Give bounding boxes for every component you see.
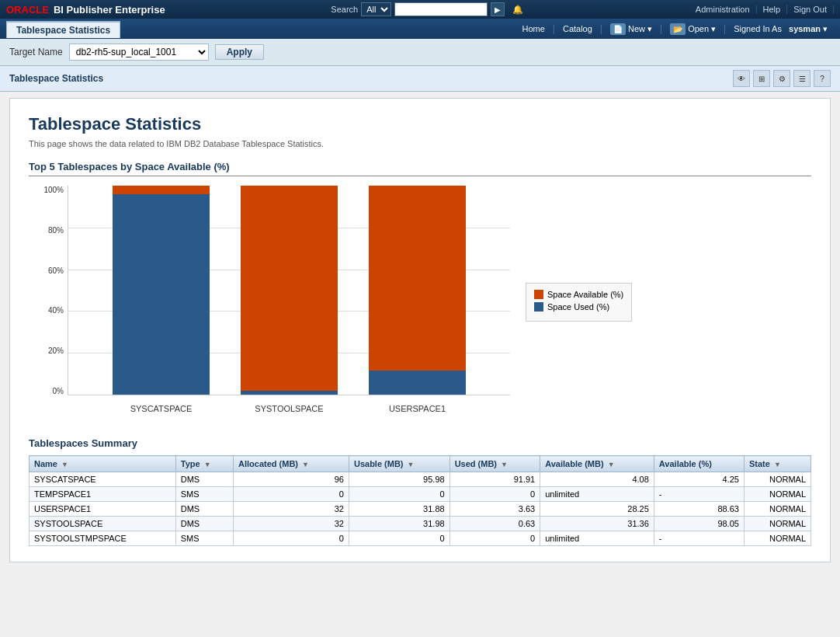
new-menu[interactable]: 📄 New ▾ (604, 22, 658, 37)
table-cell: DMS (175, 472, 233, 487)
bar-userspace1: USERSPACE1 (369, 186, 466, 395)
table-cell: unlimited (540, 531, 654, 546)
list-icon-btn[interactable]: ☰ (793, 70, 810, 87)
table-cell: 0 (349, 487, 450, 502)
table-cell: SYSCATSPACE (30, 472, 176, 487)
report-icons: 👁 ⊞ ⚙ ☰ ? (733, 70, 831, 87)
grid-icon-btn[interactable]: ⊞ (753, 70, 770, 87)
table-cell: NORMAL (744, 487, 810, 502)
y-label-40: 40% (48, 306, 64, 315)
legend-used-label: Space Used (%) (547, 302, 609, 312)
table-cell: unlimited (540, 487, 654, 502)
col-used[interactable]: Used (MB) ▼ (450, 456, 540, 472)
bar-syscatspace: SYSCATSPACE (113, 186, 210, 395)
y-label-80: 80% (48, 226, 64, 235)
view-icon-btn[interactable]: 👁 (733, 70, 750, 87)
bar-userspace1-label: USERSPACE1 (369, 404, 466, 413)
col-avail-pct[interactable]: Available (%) (654, 456, 744, 472)
table-cell: USERSPACE1 (30, 502, 176, 517)
bar-syscatspace-label: SYSCATSPACE (113, 404, 210, 413)
summary-table: Name ▼ Type ▼ Allocated (MB) ▼ Usable (M… (29, 455, 811, 546)
table-cell: 31.36 (540, 517, 654, 531)
home-link[interactable]: Home (515, 23, 550, 35)
col-type[interactable]: Type ▼ (175, 456, 233, 472)
apply-button[interactable]: Apply (215, 44, 264, 60)
chart-heading: Top 5 Tablespaces by Space Available (%) (29, 161, 811, 176)
table-cell: 0.63 (450, 517, 540, 531)
search-input[interactable] (394, 2, 488, 16)
table-cell: SMS (175, 487, 233, 502)
table-row: SYSTOOLSTMPSPACESMS000unlimited-NORMAL (30, 531, 811, 546)
page-tab[interactable]: Tablespace Statistics (6, 21, 120, 38)
target-name-select[interactable]: db2-rh5-sup_local_1001 (69, 44, 209, 61)
bar-syscatspace-used (113, 194, 210, 395)
chart-area: 100% 80% 60% 40% 20% 0% (29, 186, 811, 419)
chart-container: 100% 80% 60% 40% 20% 0% (29, 186, 510, 419)
help-icon-btn[interactable]: ? (814, 70, 831, 87)
catalog-link[interactable]: Catalog (557, 23, 599, 35)
col-state[interactable]: State ▼ (744, 456, 810, 472)
table-cell: NORMAL (744, 472, 810, 487)
search-button[interactable]: ▶ (491, 2, 505, 16)
table-cell: 0 (450, 487, 540, 502)
table-cell: DMS (175, 502, 233, 517)
y-axis: 100% 80% 60% 40% 20% 0% (29, 186, 68, 395)
table-cell: 96 (234, 472, 349, 487)
table-row: SYSCATSPACEDMS9695.9891.914.084.25NORMAL (30, 472, 811, 487)
table-cell: 32 (234, 502, 349, 517)
chart-section: Top 5 Tablespaces by Space Available (%)… (29, 161, 811, 419)
bar-userspace1-used (369, 371, 466, 395)
col-usable[interactable]: Usable (MB) ▼ (349, 456, 450, 472)
report-description: This page shows the data related to IBM … (29, 139, 811, 148)
table-cell: 0 (450, 531, 540, 546)
table-cell: SMS (175, 531, 233, 546)
top-navigation: ORACLE BI Publisher Enterprise Search Al… (0, 0, 840, 19)
col-available[interactable]: Available (MB) ▼ (540, 456, 654, 472)
table-cell: 4.25 (654, 472, 744, 487)
table-cell: 91.91 (450, 472, 540, 487)
table-cell: 4.08 (540, 472, 654, 487)
table-cell: TEMPSPACE1 (30, 487, 176, 502)
table-cell: SYSTOOLSTMPSPACE (30, 531, 176, 546)
bar-systoolspace-available (241, 186, 338, 391)
table-cell: 31.98 (349, 517, 450, 531)
settings-icon-btn[interactable]: ⚙ (773, 70, 790, 87)
y-label-0: 0% (53, 387, 64, 395)
administration-link[interactable]: Administration (689, 5, 757, 14)
target-name-label: Target Name (9, 47, 63, 57)
table-row: SYSTOOLSPACEDMS3231.980.6331.3698.05NORM… (30, 517, 811, 531)
report-header: Tablespace Statistics 👁 ⊞ ⚙ ☰ ? (0, 66, 840, 92)
open-menu[interactable]: 📂 Open ▾ (664, 22, 722, 37)
table-cell: 3.63 (450, 502, 540, 517)
help-link[interactable]: Help (757, 5, 788, 14)
chart-legend: Space Available (%) Space Used (%) (526, 283, 632, 322)
legend-available-color (534, 290, 543, 299)
main-content: Tablespace Statistics This page shows th… (9, 98, 831, 562)
secondary-navigation: Tablespace Statistics Home | Catalog | 📄… (0, 19, 840, 39)
legend-used: Space Used (%) (534, 302, 623, 312)
report-title-tab: Tablespace Statistics (9, 73, 103, 84)
bar-systoolspace-used (241, 391, 338, 395)
col-allocated[interactable]: Allocated (MB) ▼ (234, 456, 349, 472)
table-cell: SYSTOOLSPACE (30, 517, 176, 531)
search-area: Search All ▶ 🔔 (331, 2, 523, 16)
table-cell: 0 (234, 487, 349, 502)
top-right-nav: Administration Help Sign Out (689, 5, 834, 14)
legend-available: Space Available (%) (534, 290, 623, 299)
table-cell: 98.05 (654, 517, 744, 531)
table-cell: DMS (175, 517, 233, 531)
second-nav-right: Home | Catalog | 📄 New ▾ | 📂 Open ▾ | Si… (515, 22, 834, 37)
y-label-100: 100% (43, 186, 64, 194)
signed-in-as: Signed In As sysman ▾ (727, 23, 834, 36)
bar-systoolspace-label: SYSTOOLSPACE (241, 404, 338, 413)
table-cell: 28.25 (540, 502, 654, 517)
legend-available-label: Space Available (%) (547, 290, 623, 299)
table-cell: 31.88 (349, 502, 450, 517)
search-scope-select[interactable]: All (361, 2, 391, 16)
table-row: TEMPSPACE1SMS000unlimited-NORMAL (30, 487, 811, 502)
oracle-logo: ORACLE (6, 4, 49, 16)
bar-userspace1-available (369, 186, 466, 371)
table-header-row: Name ▼ Type ▼ Allocated (MB) ▼ Usable (M… (30, 456, 811, 472)
sign-out-link[interactable]: Sign Out (787, 5, 834, 14)
col-name[interactable]: Name ▼ (30, 456, 176, 472)
